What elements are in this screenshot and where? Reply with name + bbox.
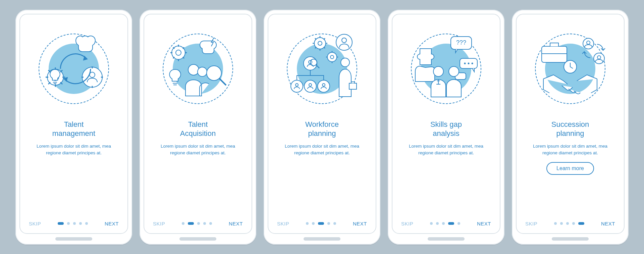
dot [327, 222, 330, 225]
page-indicator [182, 222, 212, 225]
dot [197, 222, 200, 225]
svg-point-33 [433, 66, 443, 77]
next-button[interactable]: NEXT [105, 221, 119, 226]
dot [182, 222, 184, 225]
onboarding-screen: Workforceplanning Lorem ipsum dolor sit … [268, 14, 376, 234]
screen-description: Lorem ipsum dolor sit dim amet, mea regi… [34, 143, 114, 157]
dot [566, 222, 569, 225]
dot [58, 222, 64, 225]
home-indicator [552, 237, 589, 241]
phone-mockup: Workforceplanning Lorem ipsum dolor sit … [264, 10, 380, 245]
svg-point-15 [341, 58, 350, 67]
user-swap-icon [580, 37, 607, 67]
dot [203, 222, 206, 225]
dot [458, 222, 460, 225]
people-pair-icon [428, 65, 465, 98]
screen-title: Talentmanagement [52, 120, 95, 138]
dot [442, 222, 445, 225]
svg-point-6 [188, 64, 199, 75]
screen-title: Successionplanning [551, 120, 589, 138]
cycle-arrows-icon [50, 44, 101, 94]
skip-button[interactable]: SKIP [153, 221, 165, 226]
svg-point-34 [449, 66, 459, 77]
lightbulb-icon [168, 69, 182, 87]
illustration-talent-acquisition [154, 25, 241, 112]
svg-text:???: ??? [456, 39, 466, 46]
skip-button[interactable]: SKIP [29, 221, 41, 226]
onboarding-screen: ??? Skills gapanalysis Lorem ipsum dolor… [392, 14, 500, 234]
svg-point-31 [472, 62, 473, 64]
screen-description: Lorem ipsum dolor sit dim amet, mea regi… [530, 143, 610, 157]
dot [67, 222, 70, 225]
dot [209, 222, 212, 225]
dot [79, 222, 82, 225]
svg-point-39 [594, 53, 604, 64]
screen-description: Lorem ipsum dolor sit dim amet, mea regi… [158, 143, 238, 157]
screen-title: Workforceplanning [305, 120, 339, 138]
magnifier-small-icon [309, 58, 321, 69]
page-indicator [58, 222, 88, 225]
question-bubble-icon: ??? [449, 35, 473, 54]
home-indicator [55, 237, 92, 241]
dot [306, 222, 309, 225]
phone-mockup: ??? Skills gapanalysis Lorem ipsum dolor… [388, 10, 504, 245]
gear-icon [312, 35, 328, 51]
magnifier-icon [205, 64, 228, 87]
brain-bolt-icon [198, 37, 220, 57]
user-circle-icon [335, 34, 353, 51]
skip-button[interactable]: SKIP [525, 221, 537, 226]
screen-description: Lorem ipsum dolor sit dim amet, mea regi… [406, 143, 486, 157]
phone-mockup: Successionplanning Lorem ipsum dolor sit… [512, 10, 629, 245]
dot [554, 222, 557, 225]
dot [318, 222, 324, 225]
onboarding-screen: TalentAcquisition Lorem ipsum dolor sit … [144, 14, 252, 234]
phone-mockup: Talentmanagement Lorem ipsum dolor sit d… [15, 10, 132, 245]
gear-icon [169, 44, 188, 62]
skip-button[interactable]: SKIP [401, 221, 413, 226]
screen-title: Skills gapanalysis [430, 120, 462, 138]
screen-title: TalentAcquisition [180, 120, 216, 138]
next-button[interactable]: NEXT [601, 221, 615, 226]
onboarding-nav: SKIP NEXT [276, 221, 368, 226]
dot [560, 222, 563, 225]
dot [85, 222, 88, 225]
next-button[interactable]: NEXT [353, 221, 367, 226]
onboarding-screen: Successionplanning Lorem ipsum dolor sit… [516, 14, 625, 234]
home-indicator [304, 237, 340, 241]
learn-more-button[interactable]: Learn more [546, 162, 594, 175]
illustration-talent-management [30, 25, 117, 112]
handshake-icon [542, 72, 599, 99]
illustration-succession-planning [527, 25, 614, 112]
svg-rect-16 [349, 83, 357, 89]
next-button[interactable]: NEXT [229, 221, 243, 226]
dot [312, 222, 315, 225]
dot [333, 222, 336, 225]
onboarding-nav: SKIP NEXT [28, 221, 120, 226]
skip-button[interactable]: SKIP [277, 221, 289, 226]
onboarding-nav: SKIP NEXT [400, 221, 492, 226]
onboarding-nav: SKIP NEXT [524, 221, 616, 226]
screen-description: Lorem ipsum dolor sit dim amet, mea regi… [282, 143, 362, 157]
page-indicator [306, 222, 336, 225]
home-indicator [179, 237, 216, 241]
svg-point-29 [464, 62, 466, 64]
dot [578, 222, 584, 225]
svg-point-30 [468, 62, 470, 64]
dot [448, 222, 454, 225]
dot [430, 222, 433, 225]
page-indicator [554, 222, 584, 225]
illustration-skills-gap: ??? [402, 25, 490, 112]
person-briefcase-icon [337, 57, 357, 97]
next-button[interactable]: NEXT [477, 221, 491, 226]
dot [436, 222, 439, 225]
dot [73, 222, 76, 225]
illustration-workforce-planning [278, 25, 366, 112]
home-indicator [428, 237, 465, 241]
onboarding-screen: Talentmanagement Lorem ipsum dolor sit d… [19, 14, 128, 234]
onboarding-nav: SKIP NEXT [152, 221, 244, 226]
dot [188, 222, 194, 225]
phone-mockup: TalentAcquisition Lorem ipsum dolor sit … [140, 10, 256, 245]
svg-point-8 [207, 66, 221, 81]
dot [572, 222, 575, 225]
page-indicator [430, 222, 460, 225]
